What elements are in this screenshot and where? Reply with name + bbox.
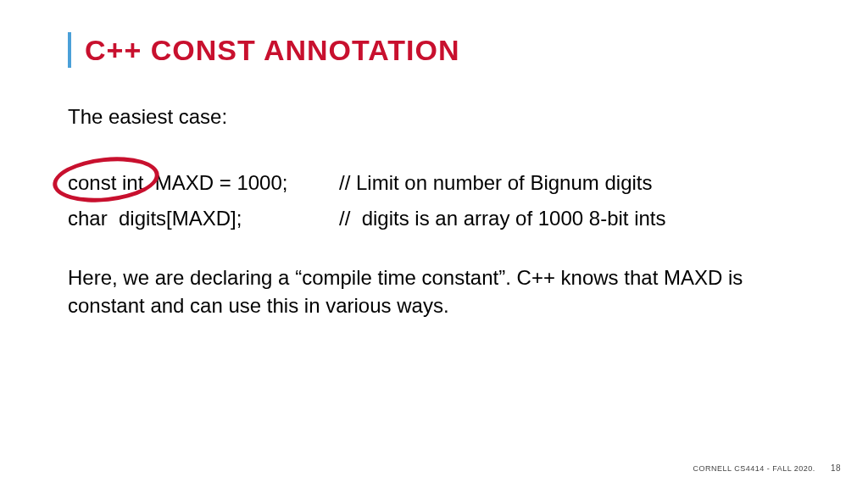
code-text: char digits[MAXD];: [68, 207, 339, 230]
code-comment: // digits is an array of 1000 8-bit ints: [339, 207, 666, 230]
title-row: C++ CONST ANNOTATION: [68, 32, 800, 68]
footer-course: CORNELL CS4414 - FALL 2020.: [693, 464, 815, 473]
title-accent-bar: [68, 32, 71, 68]
intro-text: The easiest case:: [68, 103, 800, 130]
code-line-1: const int MAXD = 1000; // Limit on numbe…: [68, 171, 800, 195]
code-line-2: char digits[MAXD]; // digits is an array…: [68, 207, 800, 230]
slide: C++ CONST ANNOTATION The easiest case: c…: [0, 0, 868, 488]
code-block: const int MAXD = 1000; // Limit on numbe…: [68, 171, 800, 230]
explanation-text: Here, we are declaring a “compile time c…: [68, 264, 800, 319]
footer-page-number: 18: [831, 463, 841, 473]
code-text: const int MAXD = 1000;: [68, 171, 339, 195]
code-comment: // Limit on number of Bignum digits: [339, 171, 653, 195]
slide-title: C++ CONST ANNOTATION: [85, 34, 460, 67]
slide-footer: CORNELL CS4414 - FALL 2020. 18: [693, 463, 841, 473]
